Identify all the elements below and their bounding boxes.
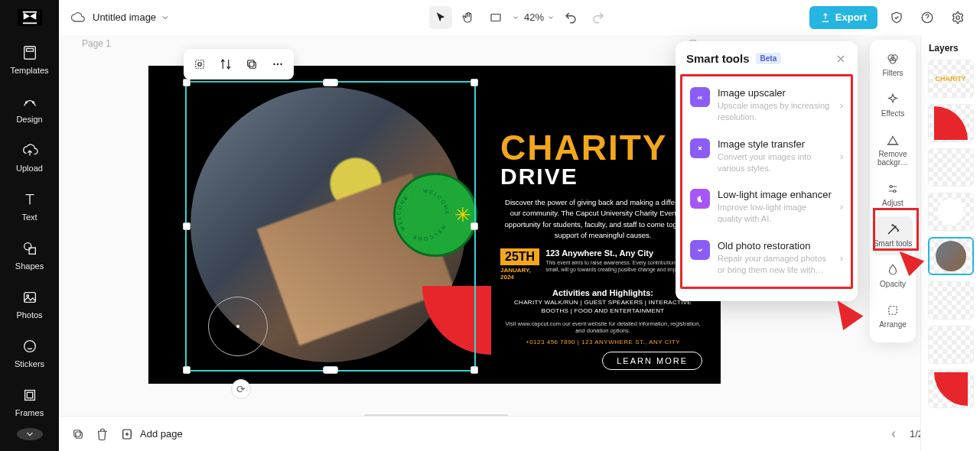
export-button[interactable]: Export <box>809 6 877 29</box>
close-icon[interactable] <box>835 53 847 65</box>
shield-icon[interactable] <box>885 6 908 29</box>
svg-point-25 <box>273 63 275 65</box>
export-icon <box>820 12 831 23</box>
smart-item-low-light[interactable]: Low-light image enhancerImprove low-ligh… <box>682 181 851 232</box>
svg-rect-0 <box>22 11 36 13</box>
zoom-dropdown[interactable]: 42% <box>524 11 555 23</box>
svg-point-15 <box>956 15 960 19</box>
chevron-right-icon: › <box>840 201 843 213</box>
rail-frames[interactable]: Frames <box>0 379 59 428</box>
activities-line1: CHARITY WALK/RUN | GUEST SPEAKERS | INTE… <box>500 299 705 306</box>
capcut-logo-icon <box>21 9 38 26</box>
rail-more-button[interactable] <box>17 428 43 440</box>
file-name-dropdown[interactable]: Untitled image <box>93 11 170 23</box>
activities-line2: BOOTHS | FOOD AND ENTERTAINMENT <box>500 307 705 314</box>
layer-thumb[interactable] <box>928 237 974 275</box>
chevron-down-icon <box>547 14 555 21</box>
rail-shapes[interactable]: Shapes <box>0 232 59 281</box>
svg-rect-12 <box>27 392 32 397</box>
layer-thumb[interactable] <box>928 104 974 142</box>
learn-more-button[interactable]: LEARN MORE <box>602 352 702 370</box>
add-page-button[interactable]: Add page <box>120 427 183 441</box>
selection-outline[interactable] <box>185 81 476 372</box>
crop-selection-button[interactable] <box>188 53 211 76</box>
side-adjust[interactable]: Adjust <box>873 176 913 215</box>
smart-item-image-upscaler[interactable]: 4K Image upscalerUpscale images by incre… <box>682 79 851 131</box>
poster-body: Discover the power of giving back and ma… <box>500 197 705 241</box>
hand-tool[interactable] <box>457 6 480 29</box>
rail-templates[interactable]: Templates <box>0 37 59 86</box>
more-button[interactable] <box>266 53 289 76</box>
bottom-bar: Add page 1/2 <box>59 416 980 451</box>
low-light-icon <box>690 189 710 209</box>
beta-badge: Beta <box>756 53 782 64</box>
side-tools-column: Filters Effects Remove backgr… Adjust Sm… <box>870 40 916 342</box>
resize-handle[interactable] <box>323 366 338 374</box>
layers-panel: Layers CHARITY <box>920 35 980 451</box>
upscaler-icon: 4K <box>690 87 710 107</box>
poster-canvas[interactable]: WELCOME · WELCOME · WELCOME · WELCOME · … <box>148 66 721 384</box>
svg-point-38 <box>894 190 896 193</box>
svg-rect-33 <box>696 246 705 255</box>
select-tool[interactable] <box>429 6 452 29</box>
svg-point-22 <box>198 63 202 67</box>
duplicate-button[interactable] <box>240 53 263 76</box>
zoom-value: 42% <box>524 11 544 23</box>
delete-icon[interactable] <box>96 427 109 441</box>
side-effects[interactable]: Effects <box>873 86 913 125</box>
side-filters[interactable]: Filters <box>873 46 913 85</box>
resize-handle[interactable] <box>470 79 478 86</box>
smart-item-old-photo[interactable]: Old photo restorationRepair your damaged… <box>682 232 851 284</box>
help-icon[interactable] <box>916 6 939 29</box>
layer-thumb[interactable]: CHARITY <box>928 60 974 98</box>
undo-button[interactable] <box>559 6 582 29</box>
smart-item-style-transfer[interactable]: Image style transferConvert your images … <box>682 131 851 182</box>
rail-stickers[interactable]: Stickers <box>0 330 59 379</box>
smart-tools-title: Smart tools <box>686 52 750 65</box>
layer-thumb[interactable] <box>928 193 974 231</box>
layer-thumb[interactable] <box>928 148 974 187</box>
style-transfer-icon <box>690 138 710 158</box>
layer-thumb[interactable] <box>928 281 974 320</box>
poster-title: CHARITY <box>500 130 705 165</box>
resize-handle[interactable] <box>470 366 478 374</box>
visit-text: Visit www.capcut.com our event website f… <box>500 320 705 334</box>
rail-photos[interactable]: Photos <box>0 281 59 330</box>
date-box: 25TH JANUARY, 2024 <box>500 248 539 281</box>
settings-icon[interactable] <box>946 6 969 29</box>
chevron-right-icon: › <box>840 151 843 162</box>
rail-text[interactable]: Text <box>0 183 59 232</box>
svg-rect-11 <box>24 391 34 401</box>
side-arrange[interactable]: Arrange <box>873 297 913 336</box>
resize-handle[interactable] <box>323 79 338 86</box>
chevron-down-icon <box>161 13 170 22</box>
flip-button[interactable] <box>214 53 237 76</box>
resize-handle[interactable] <box>183 366 190 374</box>
svg-rect-21 <box>196 60 204 69</box>
resize-handle[interactable] <box>183 222 190 230</box>
crop-dropdown[interactable] <box>484 6 507 29</box>
svg-rect-39 <box>889 307 897 315</box>
svg-point-37 <box>890 186 892 188</box>
layer-thumb[interactable] <box>928 326 974 364</box>
cloud-icon[interactable] <box>70 10 85 25</box>
svg-point-27 <box>280 63 282 65</box>
svg-point-10 <box>24 341 35 352</box>
duplicate-icon[interactable] <box>71 427 85 441</box>
selection-toolbar <box>184 49 294 79</box>
resize-handle[interactable] <box>183 79 190 86</box>
chevron-right-icon: › <box>840 99 843 111</box>
rail-design[interactable]: Design <box>0 86 59 135</box>
app-logo[interactable] <box>18 9 42 26</box>
layer-thumb[interactable] <box>928 370 974 408</box>
prev-page-button[interactable] <box>888 429 899 440</box>
resize-handle[interactable] <box>470 222 478 230</box>
poster-text-block: CHARITY DRIVE Discover the power of givi… <box>500 130 705 346</box>
redo-button[interactable] <box>587 6 610 29</box>
side-remove-bg[interactable]: Remove backgr… <box>873 127 913 174</box>
rail-upload[interactable]: Upload <box>0 135 59 183</box>
rotate-handle[interactable]: ⟳ <box>231 379 251 399</box>
poster-subtitle: DRIVE <box>500 164 705 190</box>
canvas-center-tools: 42% <box>429 6 610 29</box>
svg-rect-40 <box>76 432 82 438</box>
